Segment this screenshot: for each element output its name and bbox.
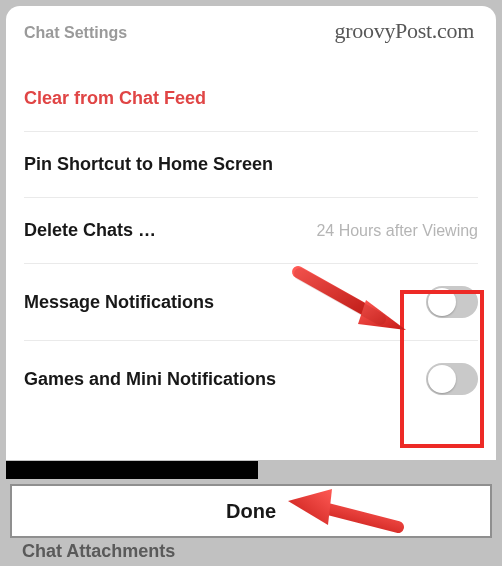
item-clear-feed[interactable]: Clear from Chat Feed xyxy=(24,66,478,132)
done-button[interactable]: Done xyxy=(10,484,492,538)
watermark: groovyPost.com xyxy=(335,18,474,44)
games-notifications-toggle[interactable] xyxy=(426,363,478,395)
item-message-notifications-label: Message Notifications xyxy=(24,292,214,313)
item-games-notifications: Games and Mini Notifications xyxy=(24,341,478,417)
peek-item-chat-attachments: Chat Attachments xyxy=(22,541,175,562)
item-pin-shortcut[interactable]: Pin Shortcut to Home Screen xyxy=(24,132,478,198)
redaction-bar xyxy=(6,461,258,479)
item-pin-shortcut-label: Pin Shortcut to Home Screen xyxy=(24,154,273,175)
item-message-notifications: Message Notifications xyxy=(24,264,478,341)
item-clear-feed-label: Clear from Chat Feed xyxy=(24,88,206,109)
item-delete-chats-value: 24 Hours after Viewing xyxy=(316,222,478,240)
message-notifications-toggle[interactable] xyxy=(426,286,478,318)
item-delete-chats-label: Delete Chats … xyxy=(24,220,156,241)
chat-settings-panel: Chat Settings groovyPost.com Clear from … xyxy=(6,6,496,460)
item-games-notifications-label: Games and Mini Notifications xyxy=(24,369,276,390)
item-delete-chats[interactable]: Delete Chats … 24 Hours after Viewing xyxy=(24,198,478,264)
done-button-label: Done xyxy=(226,500,276,523)
